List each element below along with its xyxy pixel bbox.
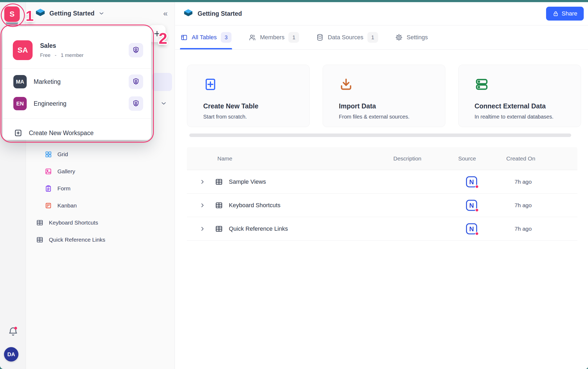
create-new-table-card[interactable]: Create New Table Start from scratch. (187, 65, 310, 127)
tables-list-header: Name Description Source Created On (187, 147, 577, 170)
tab-all-tables[interactable]: All Tables 3 (181, 25, 232, 49)
plus-icon (153, 30, 161, 38)
shield-user-icon (132, 78, 140, 86)
card-title: Import Data (339, 102, 429, 110)
base-tabs: All Tables 3 Members 1 Data Sources (175, 25, 588, 50)
sidebar-view-gallery[interactable]: Gallery (26, 163, 175, 180)
notifications-button[interactable] (7, 326, 19, 337)
sidebar-table-label: Keyboard Shortcuts (49, 219, 98, 226)
connect-external-data-card[interactable]: Connect External Data In realtime to ext… (458, 65, 581, 127)
workspace-name: Engineering (34, 100, 66, 107)
workspace-admin-button[interactable] (129, 74, 143, 89)
tab-label: Settings (407, 34, 428, 41)
servers-icon (475, 77, 489, 92)
chevron-down-icon[interactable] (160, 100, 167, 107)
table-icon (36, 236, 44, 244)
row-expand-chevron[interactable] (199, 226, 205, 232)
sidebar-view-label: Gallery (57, 168, 75, 175)
svg-text:N: N (469, 202, 474, 209)
user-account-avatar[interactable]: DA (4, 347, 18, 362)
create-new-workspace-button[interactable]: Create New Workspace (3, 122, 151, 144)
table-icon (215, 225, 223, 233)
lock-icon (552, 10, 559, 17)
table-row-sample-views[interactable]: Sample Views N 7h ago (187, 170, 577, 194)
workspace-plan-info: Free - 1 member (40, 52, 84, 58)
sidebar-table-keyboard-shortcuts[interactable]: Keyboard Shortcuts (26, 214, 175, 231)
nocodb-source-icon: N (465, 199, 478, 211)
horizontal-scrollbar[interactable] (189, 134, 571, 137)
table-created-on: 7h ago (506, 226, 577, 232)
workspace-menu-list: MA Marketing EN Engineering (3, 69, 151, 115)
workspace-name: Sales (40, 42, 84, 49)
sidebar-collapse-button[interactable]: « (163, 9, 168, 17)
tab-data-sources[interactable]: Data Sources 1 (316, 25, 378, 49)
workspace-admin-button[interactable] (129, 96, 143, 111)
column-header-created-on: Created On (506, 155, 577, 162)
row-expand-chevron[interactable] (199, 179, 205, 185)
workspace-name: Marketing (34, 78, 61, 85)
plus-square-icon (14, 129, 22, 137)
import-data-card[interactable]: Import Data From files & external source… (323, 65, 445, 127)
status-dot (475, 232, 479, 235)
base-header: Getting Started Share (175, 2, 588, 25)
sidebar-view-grid[interactable]: Grid (26, 146, 175, 163)
base-cube-icon (183, 9, 193, 19)
workspace-switcher-menu: SA Sales Free - 1 member MA Marketing (3, 27, 151, 140)
form-view-icon (45, 185, 52, 192)
sidebar-tree: Grid Gallery Form (26, 146, 175, 248)
chevron-down-icon[interactable] (98, 10, 105, 17)
share-button[interactable]: Share (546, 7, 584, 21)
workspace-stack-decoration (6, 22, 18, 24)
workspace-switcher-button[interactable]: S (4, 6, 20, 22)
table-row-keyboard-shortcuts[interactable]: Keyboard Shortcuts N 7h ago (187, 194, 577, 217)
table-row-quick-reference-links[interactable]: Quick Reference Links N 7h ago (187, 217, 577, 241)
workspace-menu-item-engineering[interactable]: EN Engineering (3, 93, 151, 115)
tab-count-badge: 1 (288, 32, 299, 43)
card-title: Connect External Data (475, 102, 565, 110)
status-dot (475, 208, 479, 212)
table-name: Keyboard Shortcuts (229, 202, 280, 209)
workspace-menu-item-marketing[interactable]: MA Marketing (3, 71, 151, 93)
table-created-on: 7h ago (506, 202, 577, 209)
workspace-admin-button[interactable] (129, 43, 143, 57)
tab-settings[interactable]: Settings (395, 25, 428, 49)
main-content: Getting Started Share All Tables 3 (175, 2, 588, 369)
table-icon (36, 219, 44, 226)
menu-divider (3, 118, 151, 119)
tab-members[interactable]: Members 1 (249, 25, 299, 49)
sidebar-view-form[interactable]: Form (26, 180, 175, 197)
quick-action-cards: Create New Table Start from scratch. Imp… (187, 65, 588, 127)
sidebar-base-header[interactable]: Getting Started « (26, 2, 175, 25)
tab-count-badge: 3 (221, 32, 232, 43)
workspace-avatar-marketing: MA (13, 75, 27, 88)
nocodb-source-icon: N (465, 176, 478, 188)
svg-text:N: N (469, 225, 474, 232)
sidebar-table-quick-reference-links[interactable]: Quick Reference Links (26, 231, 175, 248)
tab-label: All Tables (192, 34, 217, 41)
kanban-view-icon (45, 202, 52, 209)
sidebar-view-kanban[interactable]: Kanban (26, 197, 175, 214)
card-subtitle: From files & external sources. (339, 114, 429, 120)
table-icon (215, 178, 223, 186)
meta-separator: - (55, 52, 56, 58)
create-new-workspace-label: Create New Workspace (29, 129, 93, 137)
share-button-label: Share (562, 10, 577, 17)
database-icon (316, 34, 324, 41)
page-title: Getting Started (198, 10, 242, 17)
workspace-menu-item-sales[interactable]: SA Sales Free - 1 member (3, 27, 151, 65)
workspace-avatar-engineering: EN (13, 97, 27, 110)
table-created-on: 7h ago (506, 179, 577, 185)
card-subtitle: In realtime to external databases. (475, 114, 565, 120)
tables-list: Name Description Source Created On Sampl… (187, 147, 577, 241)
table-source: N (458, 199, 506, 211)
workspace-avatar-sales: SA (13, 40, 33, 60)
tab-label: Data Sources (328, 34, 363, 41)
row-expand-chevron[interactable] (199, 202, 205, 208)
sidebar-view-label: Grid (57, 151, 68, 158)
plus-square-icon (203, 77, 218, 92)
gallery-view-icon (45, 168, 52, 175)
bell-icon (7, 326, 19, 337)
workspace-stack-decoration (7, 25, 17, 26)
column-header-description: Description (393, 155, 458, 162)
card-subtitle: Start from scratch. (203, 114, 293, 120)
